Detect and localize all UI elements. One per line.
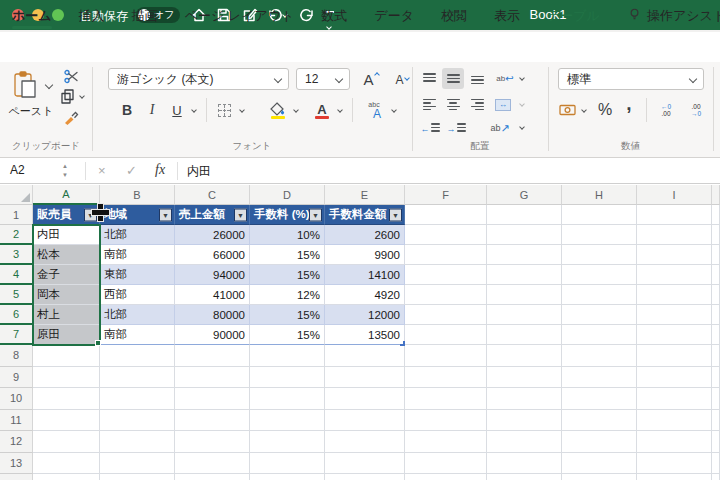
phonetic-menu-chevron-icon[interactable] (391, 107, 397, 113)
align-center-button[interactable] (444, 96, 462, 113)
name-box-stepper[interactable]: ▲▼ (62, 162, 68, 179)
cell-G5[interactable] (487, 285, 562, 305)
cell-I6[interactable] (637, 305, 712, 325)
cell-E11[interactable] (325, 410, 405, 432)
cell-F1[interactable] (405, 205, 487, 225)
cell-B2[interactable]: 北部 (100, 225, 175, 245)
cell-G9[interactable] (487, 367, 562, 389)
orientation-menu-chevron-icon[interactable] (519, 124, 525, 130)
cell-C5[interactable]: 41000 (175, 285, 250, 305)
cell-A12[interactable] (33, 431, 100, 453)
cell-H14[interactable] (562, 474, 637, 480)
cell-G10[interactable] (487, 388, 562, 410)
font-color-icon[interactable]: A (312, 98, 332, 120)
cell-D13[interactable] (250, 453, 325, 475)
cell-B12[interactable] (100, 431, 175, 453)
paste-menu-chevron-icon[interactable] (45, 81, 53, 89)
cell-H10[interactable] (562, 388, 637, 410)
cell-J1[interactable] (712, 205, 720, 225)
cell-C9[interactable] (175, 367, 250, 389)
cell-D14[interactable] (250, 474, 325, 480)
tab-3[interactable]: ページ レイアウト (185, 0, 295, 32)
row-header-7[interactable]: 7 (0, 325, 33, 345)
cell-E10[interactable] (325, 388, 405, 410)
column-header-C[interactable]: C (175, 185, 250, 205)
cell-B1[interactable]: 地域▼ (100, 205, 175, 225)
grow-font-button[interactable]: A (358, 68, 384, 90)
cell-G14[interactable] (487, 474, 562, 480)
cell-C1[interactable]: 売上金額▼ (175, 205, 250, 225)
row-header-14[interactable]: 14 (0, 474, 33, 480)
cell-A7[interactable]: 原田 (33, 325, 100, 345)
cell-A11[interactable] (33, 410, 100, 432)
cell-A8[interactable] (33, 345, 100, 367)
cell-H12[interactable] (562, 431, 637, 453)
row-header-3[interactable]: 3 (0, 245, 33, 265)
cell-A13[interactable] (33, 453, 100, 475)
cell-D8[interactable] (250, 345, 325, 367)
column-header-B[interactable]: B (100, 185, 175, 205)
cell-C3[interactable]: 66000 (175, 245, 250, 265)
column-header-I[interactable]: I (637, 185, 712, 205)
cell-I13[interactable] (637, 453, 712, 475)
cell-H11[interactable] (562, 410, 637, 432)
cell-B9[interactable] (100, 367, 175, 389)
cell-B11[interactable] (100, 410, 175, 432)
cell-I11[interactable] (637, 410, 712, 432)
copy-menu-chevron-icon[interactable] (79, 93, 85, 99)
cell-E2[interactable]: 2600 (325, 225, 405, 245)
cell-J6[interactable] (712, 305, 720, 325)
zoom-window-button[interactable] (52, 9, 64, 21)
cell-F13[interactable] (405, 453, 487, 475)
cell-C12[interactable] (175, 431, 250, 453)
column-header-H[interactable]: H (562, 185, 637, 205)
cell-H2[interactable] (562, 225, 637, 245)
cell-A2[interactable]: 内田 (33, 225, 100, 245)
fill-color-icon[interactable] (268, 98, 288, 120)
cell-H1[interactable] (562, 205, 637, 225)
cell-E1[interactable]: 手数料金額▼ (325, 205, 405, 225)
column-header-E[interactable]: E (325, 185, 405, 205)
align-left-button[interactable] (420, 96, 438, 113)
cut-icon[interactable] (60, 67, 82, 85)
table-resize-handle[interactable] (400, 341, 405, 346)
cell-F3[interactable] (405, 245, 487, 265)
cell-A9[interactable] (33, 367, 100, 389)
cell-I9[interactable] (637, 367, 712, 389)
select-all-button[interactable] (0, 185, 33, 205)
decrease-indent-icon[interactable]: ← (420, 120, 440, 137)
phonetic-guide-icon[interactable]: abc A (362, 98, 386, 122)
tab-5[interactable]: データ (374, 0, 414, 32)
cell-E14[interactable] (325, 474, 405, 480)
align-right-button[interactable] (468, 96, 486, 113)
cell-I10[interactable] (637, 388, 712, 410)
row-header-8[interactable]: 8 (0, 345, 33, 367)
cell-D6[interactable]: 15% (250, 305, 325, 325)
cell-D9[interactable] (250, 367, 325, 389)
cell-H8[interactable] (562, 345, 637, 367)
cell-B10[interactable] (100, 388, 175, 410)
cell-I1[interactable] (637, 205, 712, 225)
orientation-icon[interactable]: ab ↗ (488, 118, 512, 138)
cell-D1[interactable]: 手数料 (%)▼ (250, 205, 325, 225)
cell-C8[interactable] (175, 345, 250, 367)
cell-J10[interactable] (712, 388, 720, 410)
cell-F14[interactable] (405, 474, 487, 480)
font-name-select[interactable]: 游ゴシック (本文) (108, 68, 289, 90)
cell-A10[interactable] (33, 388, 100, 410)
fill-handle[interactable] (95, 340, 101, 346)
wrap-menu-chevron-icon[interactable] (519, 75, 525, 81)
number-format-select[interactable]: 標準 (558, 68, 704, 90)
cell-D10[interactable] (250, 388, 325, 410)
cell-F7[interactable] (405, 325, 487, 345)
cell-G12[interactable] (487, 431, 562, 453)
row-header-4[interactable]: 4 (0, 265, 33, 285)
cell-E4[interactable]: 14100 (325, 265, 405, 285)
paste-button[interactable] (10, 68, 40, 102)
underline-menu-chevron-icon[interactable] (191, 107, 197, 113)
cell-C11[interactable] (175, 410, 250, 432)
cell-G1[interactable] (487, 205, 562, 225)
filter-dropdown-icon[interactable]: ▼ (234, 208, 247, 221)
cell-F9[interactable] (405, 367, 487, 389)
underline-button[interactable]: U (168, 100, 186, 120)
